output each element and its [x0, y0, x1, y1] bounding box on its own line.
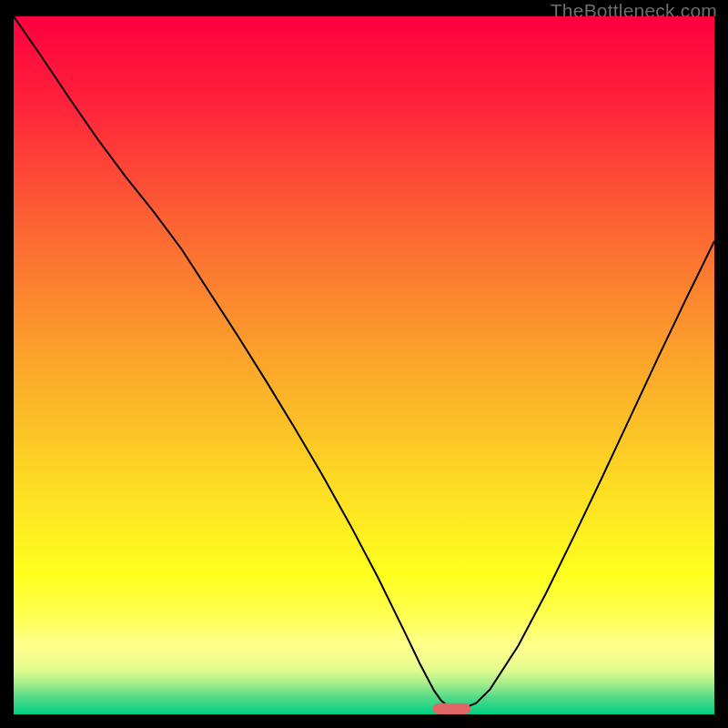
chart-plot-area [14, 16, 714, 714]
optimal-marker [433, 703, 471, 714]
chart-frame [0, 16, 728, 728]
chart-background [14, 16, 714, 714]
chart-svg [14, 16, 714, 714]
